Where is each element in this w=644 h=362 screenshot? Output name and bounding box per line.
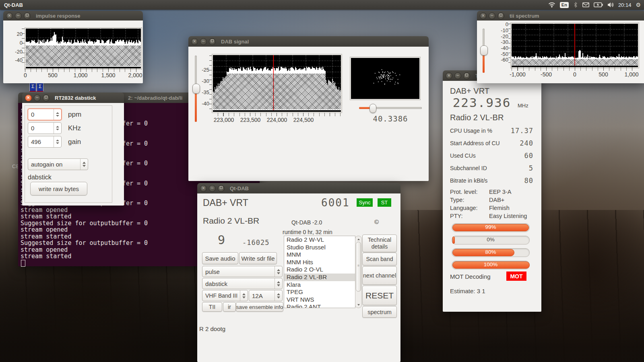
spinbox-row: 496 gain bbox=[28, 136, 81, 148]
dab-signal-titlebar[interactable]: × − DAB signal bbox=[188, 36, 429, 47]
band-value: VHF Band III bbox=[202, 292, 240, 299]
spinner-arrows-icon[interactable] bbox=[54, 109, 61, 120]
save-audio-button[interactable]: Save audio bbox=[202, 252, 238, 264]
technical-details-button[interactable]: Technical details bbox=[362, 234, 397, 252]
value-spinbox[interactable]: 0 bbox=[28, 122, 62, 134]
close-icon[interactable]: × bbox=[446, 72, 452, 79]
tii-button[interactable]: TII bbox=[202, 302, 222, 312]
minimize-icon[interactable]: − bbox=[489, 12, 495, 19]
combo-arrows-icon[interactable] bbox=[240, 290, 248, 301]
maximize-icon[interactable] bbox=[218, 185, 225, 192]
spinner-arrows-icon[interactable] bbox=[54, 123, 61, 134]
bluetooth-icon[interactable] bbox=[573, 2, 578, 8]
service-list-item[interactable]: Radio 2 ANT bbox=[284, 303, 355, 308]
clock[interactable]: 20:14 bbox=[618, 2, 632, 8]
combo-arrows-icon[interactable] bbox=[275, 290, 282, 301]
close-icon[interactable]: × bbox=[200, 185, 207, 192]
tech-row: Subchannel ID 5 bbox=[450, 162, 533, 174]
offset-lcd: -16025 bbox=[242, 239, 269, 247]
service-list-item[interactable]: MNM bbox=[284, 251, 355, 259]
spinbox-value[interactable]: 0 bbox=[28, 111, 54, 118]
rt2832-titlebar[interactable]: × − RT2832 dabstick bbox=[22, 93, 124, 103]
combo-arrows-icon[interactable] bbox=[80, 159, 88, 170]
close-icon[interactable]: × bbox=[480, 12, 487, 19]
mail-icon[interactable] bbox=[582, 2, 589, 7]
tii-spectrum-window[interactable]: × − tii spectrum 0 -10 -20 -30 -40 -50 -… bbox=[477, 11, 644, 83]
minimize-icon[interactable]: − bbox=[15, 12, 22, 19]
tech-row-label: CPU Usage in % bbox=[450, 128, 492, 134]
reset-button[interactable]: RESET bbox=[362, 286, 397, 305]
qt-dab-main-window[interactable]: × − Qt-DAB DAB+ VRT 6001 Sync ST Radio 2… bbox=[197, 183, 400, 362]
scroll-down-icon[interactable] bbox=[355, 302, 361, 307]
tech-row-value: 17.37 bbox=[511, 127, 533, 135]
value-spinbox[interactable]: 496 bbox=[28, 136, 62, 148]
scan-band-button[interactable]: Scan band bbox=[362, 253, 397, 265]
session-gear-icon[interactable]: ⚙ bbox=[636, 0, 641, 9]
scroll-up-icon[interactable] bbox=[355, 237, 361, 242]
channel-combo[interactable]: 12A bbox=[249, 290, 283, 301]
service-list-item[interactable]: Klara bbox=[284, 281, 355, 289]
spinbox-value[interactable]: 0 bbox=[28, 125, 54, 132]
write-raw-bytes-button[interactable]: write raw bytes bbox=[30, 182, 87, 195]
spectrum-button[interactable]: spectrum bbox=[362, 306, 397, 318]
impulse-titlebar[interactable]: × − impulse response bbox=[3, 11, 143, 21]
y-tick-label: -40 bbox=[490, 45, 508, 51]
keyboard-layout-indicator[interactable]: En bbox=[560, 2, 569, 8]
maximize-icon[interactable] bbox=[43, 95, 50, 101]
service-list-scrollbar[interactable] bbox=[355, 236, 362, 308]
dab-signal-title: DAB signal bbox=[221, 39, 249, 45]
y-tick-label: 0 bbox=[9, 40, 23, 46]
maximize-icon[interactable] bbox=[24, 12, 31, 19]
close-icon[interactable]: × bbox=[191, 38, 198, 45]
wifi-icon[interactable] bbox=[548, 2, 555, 8]
service-list-item[interactable]: Radio 2 O-VL bbox=[284, 266, 355, 274]
tech-info-row: Language: Flemish bbox=[450, 205, 527, 213]
service-list-item[interactable]: MNM Hits bbox=[284, 259, 355, 266]
desktop-icon-sigma-2[interactable]: Σ bbox=[37, 83, 43, 92]
value-spinbox[interactable]: 0 bbox=[28, 109, 62, 120]
band-combo[interactable]: VHF Band III bbox=[202, 290, 248, 301]
close-icon[interactable]: × bbox=[6, 12, 13, 19]
combo-arrows-icon[interactable] bbox=[275, 278, 282, 289]
save-ensemble-button[interactable]: save ensemble info bbox=[236, 302, 283, 312]
dab-signal-window[interactable]: × − DAB signal -25 -30 -35 -40 223,000 2… bbox=[188, 36, 429, 181]
spinbox-value[interactable]: 496 bbox=[28, 138, 54, 145]
audio-output-combo[interactable]: pulse bbox=[202, 266, 283, 277]
progress-bar-label: 99% bbox=[452, 224, 529, 230]
minimize-icon[interactable]: − bbox=[454, 72, 461, 79]
service-list-item[interactable]: TPEG bbox=[284, 288, 355, 296]
tii-slider-handle[interactable] bbox=[480, 45, 488, 56]
rt2832-window[interactable]: × − RT2832 dabstick 0 ppm 0 bbox=[22, 93, 124, 206]
mot-badge: MOT bbox=[506, 272, 526, 281]
ir-button[interactable]: ir bbox=[223, 302, 236, 312]
tii-titlebar[interactable]: × − tii spectrum bbox=[477, 11, 644, 21]
y-tick-label: -60 bbox=[490, 57, 508, 63]
maximize-icon[interactable] bbox=[463, 72, 470, 79]
service-list-item[interactable]: Radio 2 W-VL bbox=[284, 236, 355, 244]
battery-icon[interactable] bbox=[594, 2, 603, 7]
service-list-item[interactable]: Studio Brussel bbox=[284, 244, 355, 251]
service-list-item[interactable]: VRT NWS bbox=[284, 296, 355, 304]
device-combo[interactable]: dabstick bbox=[202, 278, 283, 289]
channel-value: 12A bbox=[249, 292, 275, 299]
next-channel-button[interactable]: next channel bbox=[362, 266, 397, 285]
service-list[interactable]: Radio 2 W-VLStudio BrusselMNMMNM HitsRad… bbox=[284, 236, 355, 308]
maximize-icon[interactable] bbox=[209, 38, 216, 45]
combo-arrows-icon[interactable] bbox=[275, 266, 282, 277]
scrollbar-thumb[interactable] bbox=[356, 242, 361, 292]
minimize-icon[interactable]: − bbox=[200, 38, 207, 45]
service-list-item[interactable]: Radio 2 VL-BR bbox=[284, 274, 355, 281]
volume-icon[interactable] bbox=[607, 2, 614, 8]
close-icon[interactable]: × bbox=[25, 95, 32, 101]
constellation-slider-handle[interactable] bbox=[369, 104, 376, 113]
main-titlebar[interactable]: × − Qt-DAB bbox=[197, 183, 400, 194]
autogain-combo[interactable]: autogain on bbox=[28, 158, 88, 170]
technical-data-window[interactable]: × − T DAB+ VRT 223.936 MHz Radio 2 VL-BR… bbox=[443, 70, 541, 312]
minimize-icon[interactable]: − bbox=[209, 185, 216, 192]
desktop-icon-sigma-1[interactable]: Σ bbox=[29, 83, 36, 92]
maximize-icon[interactable] bbox=[497, 12, 504, 19]
minimize-icon[interactable]: − bbox=[34, 95, 41, 101]
spinner-arrows-icon[interactable] bbox=[54, 136, 61, 147]
impulse-response-window[interactable]: × − impulse response 20 0 -20 -40 0 500 … bbox=[3, 11, 143, 83]
write-sdr-button[interactable]: Write sdr file bbox=[239, 252, 277, 264]
